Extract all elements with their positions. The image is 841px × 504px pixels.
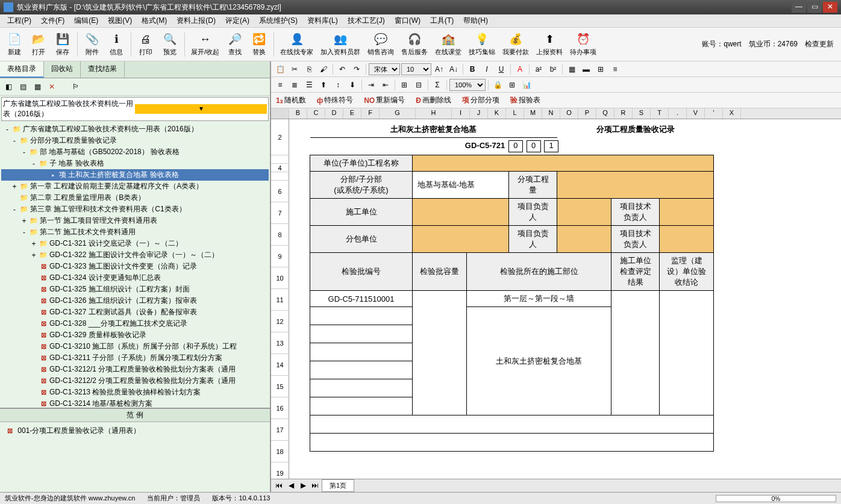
tree-node[interactable]: ⊠GD-C1-3212/2 分项工程质量验收检验批划分方案表（通用 bbox=[1, 375, 269, 387]
menu-item[interactable]: 文件(F) bbox=[36, 14, 69, 27]
sum-icon[interactable]: Σ bbox=[431, 79, 444, 91]
left-tab[interactable]: 回收站 bbox=[44, 61, 81, 78]
left-tab[interactable]: 表格目录 bbox=[0, 61, 44, 78]
toolbar-保存[interactable]: 💾保存 bbox=[51, 31, 75, 58]
check-update-button[interactable]: 检查更新 bbox=[805, 39, 834, 49]
col-header[interactable]: M bbox=[524, 108, 542, 119]
row-header[interactable] bbox=[271, 155, 289, 164]
tree-node[interactable]: ⊠GD-C1-3213 检验批质量验收抽样检验计划方案 bbox=[1, 387, 269, 398]
form-table[interactable]: 土和灰土挤密桩复合地基 分项工程质量验收记录 GD-C5-721 0 0 1 bbox=[310, 122, 714, 452]
tree-node[interactable]: ⊠GD-C1-327 工程测试器具（设备）配备报审表 bbox=[1, 306, 269, 318]
row-header[interactable]: 7 bbox=[271, 202, 289, 224]
tree-node[interactable]: ⊠GD-C1-323 施工图设计文件变更（洽商）记录 bbox=[1, 261, 269, 272]
select-all-corner[interactable] bbox=[271, 108, 289, 119]
toolbar-售后服务[interactable]: 🎧售后服务 bbox=[398, 31, 431, 58]
valign-top-icon[interactable]: ⬆ bbox=[317, 79, 330, 91]
spreadsheet-area[interactable]: BCDEFGHIJKLMNOPQRST.V'X 2467891011121314… bbox=[271, 108, 841, 479]
paste-icon[interactable]: 📋 bbox=[274, 63, 287, 75]
row-header[interactable]: 10 bbox=[271, 267, 289, 289]
menu-item[interactable]: 帮助(H) bbox=[458, 14, 493, 27]
row-header[interactable]: 15 bbox=[271, 376, 289, 397]
increase-font-icon[interactable]: A↑ bbox=[433, 63, 446, 75]
col-header[interactable]: P bbox=[578, 108, 596, 119]
row-header[interactable]: 16 bbox=[271, 397, 289, 419]
delete-icon[interactable]: ⊟ bbox=[412, 79, 425, 91]
insert-icon[interactable]: ⊞ bbox=[398, 79, 411, 91]
tree-node[interactable]: ⊠GD-C1-3214 地基/基桩检测方案 bbox=[1, 398, 269, 408]
valign-mid-icon[interactable]: ↕ bbox=[331, 79, 345, 91]
tree-node[interactable]: ▪项 土和灰土挤密桩复合地基 验收表格 bbox=[1, 169, 269, 181]
close-button[interactable]: ✕ bbox=[823, 2, 837, 13]
row-header[interactable]: 14 bbox=[271, 354, 289, 376]
tree-node[interactable]: ⊠GD-C1-328 ___分项工程施工技术交底记录 bbox=[1, 318, 269, 329]
tree-node[interactable]: ⊠GD-C1-324 设计变更通知单汇总表 bbox=[1, 272, 269, 284]
col-header[interactable]: X bbox=[723, 108, 741, 119]
row-header[interactable]: 6 bbox=[271, 181, 289, 202]
tree-node[interactable]: -📁分部分项工程质量验收记录 bbox=[1, 135, 269, 146]
col-header[interactable]: G bbox=[380, 108, 416, 119]
toolbar-附件[interactable]: 📎附件 bbox=[80, 31, 104, 58]
row-header[interactable]: 11 bbox=[271, 289, 289, 311]
border-icon[interactable]: ▦ bbox=[565, 63, 578, 75]
undo-icon[interactable]: ↶ bbox=[336, 63, 349, 75]
col-header[interactable]: R bbox=[614, 108, 633, 119]
tree-node[interactable]: ⊠GD-C1-329 质量样板验收记录 bbox=[1, 329, 269, 341]
col-header[interactable]: N bbox=[542, 108, 560, 119]
toolbar-打印[interactable]: 🖨打印 bbox=[134, 31, 158, 58]
sheet-prev-icon[interactable]: ◀ bbox=[286, 481, 296, 491]
col-header[interactable]: O bbox=[560, 108, 578, 119]
tree-node[interactable]: +📁第一节 施工项目管理文件资料通用表 bbox=[1, 215, 269, 226]
col-header[interactable]: J bbox=[470, 108, 488, 119]
dropdown-arrow-icon[interactable]: ▾ bbox=[135, 104, 267, 114]
tree-node[interactable]: -📁第三章 施工管理和技术文件资料用表（C1类表） bbox=[1, 204, 269, 215]
col-header[interactable]: D bbox=[325, 108, 343, 119]
tree-tool-flag[interactable]: 🏳 bbox=[70, 81, 82, 93]
menu-item[interactable]: 格式(M) bbox=[137, 14, 172, 27]
tree-node[interactable]: ⊠GD-C1-3212/1 分项工程质量验收检验批划分方案表（通用 bbox=[1, 364, 269, 375]
col-header[interactable]: S bbox=[633, 108, 651, 119]
tree-node[interactable]: ⊠GD-C1-325 施工组织设计（工程方案）封面 bbox=[1, 284, 269, 295]
format-painter-icon[interactable]: 🖌 bbox=[317, 63, 330, 75]
toolbar-替换[interactable]: 🔁替换 bbox=[247, 31, 271, 58]
col-header[interactable]: B bbox=[289, 108, 307, 119]
tree-node[interactable]: -📁广东省建筑工程竣工验收技术资料统一用表（2016版） bbox=[1, 123, 269, 135]
merge-icon[interactable]: ⊞ bbox=[594, 63, 607, 75]
row-header[interactable]: 12 bbox=[271, 311, 289, 332]
col-header[interactable]: K bbox=[488, 108, 506, 119]
row-header[interactable]: 9 bbox=[271, 246, 289, 267]
toolbar-待办事项[interactable]: ⏰待办事项 bbox=[566, 31, 600, 58]
col-header[interactable]: Q bbox=[596, 108, 614, 119]
font-select[interactable]: 宋体 bbox=[369, 63, 400, 75]
row-header[interactable]: 19 bbox=[271, 462, 289, 479]
decrease-font-icon[interactable]: A↓ bbox=[447, 63, 460, 75]
col-header[interactable]: V bbox=[687, 108, 705, 119]
row-header[interactable]: 8 bbox=[271, 224, 289, 246]
special-报验表[interactable]: 验报验表 bbox=[508, 94, 543, 107]
maximize-button[interactable]: ▭ bbox=[807, 2, 822, 13]
menu-item[interactable]: 技术工艺(J) bbox=[343, 14, 390, 27]
chart-icon[interactable]: 📊 bbox=[520, 79, 533, 91]
subscript-icon[interactable]: b² bbox=[546, 63, 560, 75]
tree-node[interactable]: ⊠GD-C1-3210 施工部（系统）所属子分部（和子系统）工程 bbox=[1, 341, 269, 352]
catalog-dropdown[interactable]: 广东省建筑工程竣工验收技术资料统一用表（2016版） ▾ bbox=[1, 97, 269, 121]
menu-item[interactable]: 工具(T) bbox=[425, 14, 458, 27]
sheet-tab[interactable]: 第1页 bbox=[322, 479, 354, 492]
valign-bot-icon[interactable]: ⬇ bbox=[346, 79, 359, 91]
tree-node[interactable]: -📁部 地基与基础（GB50202-2018） 验收表格 bbox=[1, 146, 269, 158]
toolbar-预览[interactable]: 🔍预览 bbox=[158, 31, 182, 58]
col-header[interactable]: H bbox=[416, 108, 452, 119]
tree-tool-2[interactable]: ▤ bbox=[17, 81, 29, 93]
align-center-icon[interactable]: ≣ bbox=[288, 79, 301, 91]
zoom-select[interactable]: 100% bbox=[449, 79, 486, 91]
redo-icon[interactable]: ↷ bbox=[350, 63, 363, 75]
menu-item[interactable]: 系统维护(S) bbox=[254, 14, 302, 27]
tree-node[interactable]: -📁子 地基 验收表格 bbox=[1, 158, 269, 169]
menu-item[interactable]: 资料上报(D) bbox=[172, 14, 220, 27]
row-header[interactable]: 2 bbox=[271, 119, 289, 155]
col-header[interactable]: L bbox=[506, 108, 524, 119]
bold-icon[interactable]: B bbox=[466, 63, 479, 75]
tree-node[interactable]: ⊠GD-C1-3211 子分部（子系统）所属分项工程划分方案 bbox=[1, 352, 269, 364]
minimize-button[interactable]: — bbox=[792, 2, 806, 13]
example-item[interactable]: ⊠ 001-分项工程质量验收记录（通用表） bbox=[2, 425, 267, 437]
menu-item[interactable]: 窗口(W) bbox=[390, 14, 425, 27]
